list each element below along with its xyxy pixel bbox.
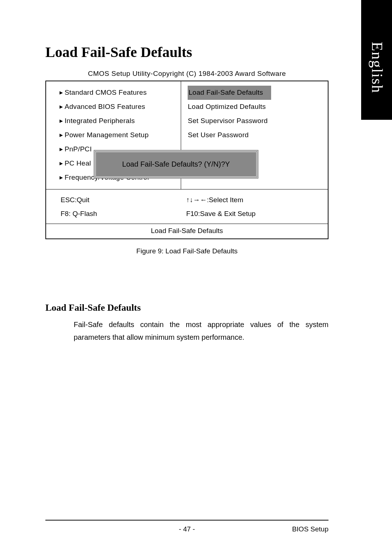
hint-left-column: ESC:Quit F8: Q-Flash <box>61 193 186 221</box>
hint-esc-quit: ESC:Quit <box>61 193 186 207</box>
confirm-dialog-text: Load Fail-Safe Defaults? (Y/N)?Y <box>122 160 230 168</box>
menu-label: Load Optimized Defaults <box>188 103 266 110</box>
triangle-icon <box>61 142 65 156</box>
triangle-icon <box>61 128 65 142</box>
footer-page-number: - 47 - <box>118 525 256 533</box>
figure-caption: Figure 9: Load Fail-Safe Defaults <box>45 247 328 255</box>
cmos-copyright-header: CMOS Setup Utility-Copyright (C) 1984-20… <box>45 70 328 78</box>
language-tab: English <box>361 0 392 120</box>
menu-label: Set User Password <box>188 131 249 139</box>
menu-item-power-management[interactable]: Power Management Setup <box>61 128 181 142</box>
document-page: English Load Fail-Safe Defaults CMOS Set… <box>0 0 392 555</box>
page-content: Load Fail-Safe Defaults CMOS Setup Utili… <box>45 44 328 344</box>
menu-item-load-failsafe[interactable]: Load Fail-Safe Defaults <box>188 86 328 100</box>
menu-item-advanced-bios[interactable]: Advanced BIOS Features <box>61 100 181 114</box>
menu-label-highlighted: Load Fail-Safe Defaults <box>188 86 271 100</box>
page-title: Load Fail-Safe Defaults <box>45 44 328 61</box>
menu-label: PC Heal <box>65 159 91 167</box>
menu-label: Standard CMOS Features <box>65 89 147 96</box>
menu-item-integrated-peripherals[interactable]: Integrated Peripherals <box>61 114 181 128</box>
footer-rule <box>45 520 328 521</box>
menu-item-supervisor-password[interactable]: Set Supervisor Password <box>188 114 328 128</box>
menu-label: PnP/PCI <box>65 145 92 153</box>
hint-select-item: ↑↓→←:Select Item <box>186 193 328 207</box>
section-title: Load Fail-Safe Defaults <box>45 302 328 313</box>
triangle-icon <box>61 114 65 128</box>
menu-label: Set Supervisor Password <box>188 117 268 125</box>
menu-item-standard-cmos[interactable]: Standard CMOS Features <box>61 86 181 100</box>
triangle-icon <box>61 86 65 100</box>
confirm-dialog[interactable]: Load Fail-Safe Defaults? (Y/N)?Y <box>94 151 258 178</box>
bios-hint-area: ESC:Quit F8: Q-Flash ↑↓→←:Select Item F1… <box>46 189 328 224</box>
hint-right-column: ↑↓→←:Select Item F10:Save & Exit Setup <box>186 193 328 221</box>
footer-left-spacer <box>45 525 118 533</box>
bios-screen-wrapper: Standard CMOS Features Advanced BIOS Fea… <box>45 81 328 239</box>
section-body-text: Fail-Safe defaults contain the most appr… <box>74 318 328 344</box>
footer-section-name: BIOS Setup <box>256 525 328 533</box>
menu-item-load-optimized[interactable]: Load Optimized Defaults <box>188 100 328 114</box>
language-tab-label: English <box>368 42 386 93</box>
hint-qflash: F8: Q-Flash <box>61 207 186 221</box>
triangle-icon <box>61 156 65 171</box>
hint-save-exit: F10:Save & Exit Setup <box>186 207 328 221</box>
menu-item-user-password[interactable]: Set User Password <box>188 128 328 142</box>
triangle-icon <box>61 100 65 114</box>
page-footer: - 47 - BIOS Setup <box>45 525 328 533</box>
menu-label: Integrated Peripherals <box>65 117 135 125</box>
bios-status-bar: Load Fail-Safe Defaults <box>46 224 328 238</box>
menu-label: Advanced BIOS Features <box>65 103 145 110</box>
triangle-icon <box>61 171 65 185</box>
menu-label: Power Management Setup <box>65 131 149 139</box>
